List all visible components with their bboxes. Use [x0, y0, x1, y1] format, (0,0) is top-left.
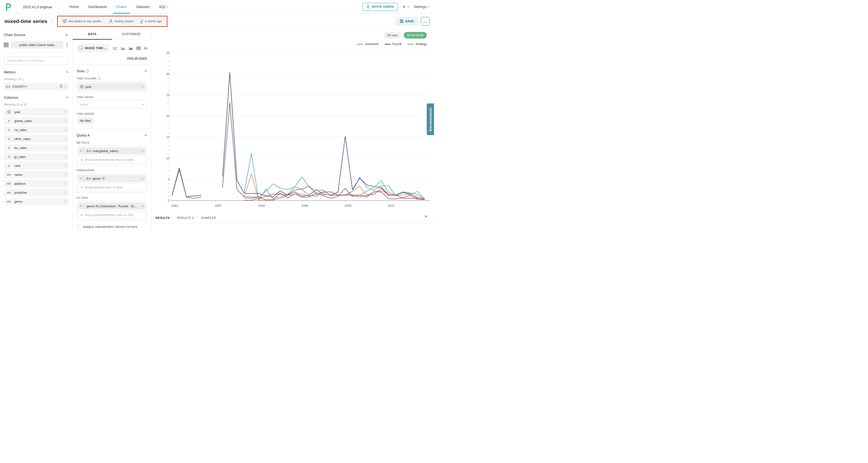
drag-handle-icon[interactable] [64, 120, 67, 123]
svg-text:35: 35 [166, 51, 169, 55]
row-count-badge: 35 rows [384, 32, 401, 38]
chevron-up-icon[interactable] [145, 134, 147, 136]
collapse-sidebar-icon[interactable]: ⇤ [65, 32, 69, 37]
column-item-eu_sales[interactable]: #eu_sales [4, 144, 69, 151]
chart-owner[interactable]: Andrey Zayats [109, 20, 134, 23]
chart-legend: Adventure Puzzle Strategy [357, 42, 427, 46]
info-icon[interactable] [86, 69, 89, 73]
dataset-options-kebab-icon[interactable] [66, 42, 69, 48]
drag-handle-icon[interactable] [64, 200, 67, 203]
drag-handle-icon[interactable] [64, 182, 67, 185]
column-item-publisher[interactable]: abcpublisher [4, 189, 69, 196]
viz-big-number-icon[interactable]: 4k [144, 46, 147, 50]
remove-icon[interactable]: ✕ [78, 175, 84, 182]
collapse-results-chevron-down-icon[interactable] [424, 215, 428, 218]
nav-item-home[interactable]: Home [65, 0, 84, 13]
column-item-name[interactable]: abcname [4, 171, 69, 178]
calculator-icon [60, 85, 62, 88]
chart-title[interactable]: mixed-time series [4, 19, 47, 24]
timeseries-chart[interactable]: 05101520253035198119871993199920052011 [151, 46, 434, 210]
preset-logo[interactable] [0, 0, 16, 13]
clock-icon [6, 110, 12, 113]
tab-results-2[interactable]: RESULTS 2 [177, 216, 194, 220]
last-modified[interactable]: a month ago [140, 20, 162, 23]
column-item-rank[interactable]: #rank [4, 162, 69, 169]
query-a-heading: Query A [76, 133, 90, 137]
legend-item-adventure[interactable]: Adventure [357, 42, 379, 46]
viz-type-selected[interactable]: MIXED TIME-... [76, 44, 110, 52]
chevron-right-icon[interactable] [140, 202, 146, 210]
drag-handle-icon[interactable] [64, 128, 67, 131]
user-icon [109, 20, 113, 23]
viz-area-chart-icon[interactable] [128, 46, 133, 50]
dimensions-drop-zone[interactable]: + Drop columns here or click [78, 184, 146, 191]
legend-item-strategy[interactable]: Strategy [407, 42, 427, 46]
enable-cross-filters-row[interactable]: ENABLE DASHBOARD CROSS FILTERS [76, 225, 147, 229]
drag-handle-icon[interactable] [64, 110, 67, 113]
dimension-option[interactable]: ✕ f(x) genre [78, 175, 146, 182]
more-options-button[interactable]: ... [421, 17, 430, 26]
column-item-jp_sales[interactable]: #jp_sales [4, 153, 69, 160]
drag-handle-icon[interactable] [64, 191, 67, 194]
nav-item-dashboards[interactable]: Dashboards [84, 0, 112, 13]
dataset-selector[interactable]: public.Video Game Sales [11, 41, 63, 49]
metric-item-count[interactable]: f(x) COUNT(*) [4, 83, 69, 90]
column-item-year[interactable]: year [4, 108, 69, 115]
viz-pie-chart-icon[interactable] [150, 46, 151, 51]
invite-users-button[interactable]: INVITE USERS [363, 3, 398, 11]
chevron-up-icon[interactable] [145, 70, 147, 72]
legend-item-puzzle[interactable]: Puzzle [384, 42, 402, 46]
settings-dropdown[interactable]: Settings ▾ [414, 5, 429, 9]
info-icon[interactable] [98, 77, 101, 80]
viz-table-icon[interactable] [136, 46, 141, 50]
drag-handle-icon[interactable] [64, 146, 67, 150]
chart-header-actions: SAVE ... [396, 17, 430, 26]
remove-icon[interactable]: ✕ [78, 147, 84, 155]
nav-item-charts[interactable]: Charts [112, 0, 131, 13]
drag-handle-icon[interactable] [64, 137, 67, 140]
filters-drop-zone[interactable]: + Drop columns/metrics here or click [78, 211, 146, 219]
time-range-value[interactable]: No filter [76, 117, 94, 124]
drag-handle-icon[interactable] [64, 85, 67, 88]
metrics-label: METRICS [76, 141, 89, 144]
new-item-dropdown[interactable]: + ▾ [403, 4, 409, 9]
tab-results[interactable]: RESULTS [156, 216, 169, 220]
numeric-type-icon: # [6, 146, 12, 150]
tab-customize[interactable]: CUSTOMIZE [112, 29, 151, 39]
columns-list: year#global_sales#na_sales#other_sales#e… [4, 108, 69, 205]
column-item-global_sales[interactable]: #global_sales [4, 117, 69, 125]
filter-option[interactable]: ✕ genre IN ('Adventure', 'Puzzle', 'Stra… [78, 202, 146, 210]
time-grain-select[interactable]: Select ... [76, 100, 147, 108]
chevron-down-icon [142, 104, 144, 105]
save-button[interactable]: SAVE [396, 17, 418, 26]
metrics-drop-zone[interactable]: + Drop columns/metrics here or click [78, 156, 146, 163]
tab-samples[interactable]: SAMPLES [201, 216, 216, 220]
drag-handle-icon[interactable] [64, 164, 67, 167]
documentation-tab[interactable]: Documentation [427, 103, 434, 135]
viz-line-chart-icon[interactable] [113, 46, 118, 50]
chevron-up-icon[interactable] [66, 97, 69, 98]
viz-bar-chart-icon[interactable] [121, 46, 126, 50]
drag-handle-icon[interactable] [64, 155, 67, 158]
column-item-other_sales[interactable]: #other_sales [4, 135, 69, 142]
column-item-na_sales[interactable]: #na_sales [4, 126, 69, 133]
nav-item-sql[interactable]: SQL▾ [154, 0, 173, 13]
remove-icon[interactable]: ✕ [78, 202, 84, 210]
column-item-platform[interactable]: abcplatform [4, 180, 69, 187]
chevron-up-icon[interactable] [66, 71, 69, 73]
column-item-genre[interactable]: abcgenre [4, 198, 69, 205]
metric-option[interactable]: ✕ f(x) max(global_sales) [78, 147, 146, 155]
chevron-right-icon[interactable] [140, 83, 146, 90]
nav-item-datasets[interactable]: Datasets [131, 0, 154, 13]
search-metrics-columns-input[interactable] [4, 57, 69, 65]
tab-data[interactable]: DATA [73, 29, 112, 39]
drag-handle-icon[interactable] [64, 173, 67, 176]
checkbox-unchecked-icon[interactable] [76, 225, 81, 229]
favorite-star-icon[interactable]: ☆ [50, 19, 54, 24]
chevron-right-icon[interactable] [140, 147, 146, 155]
time-column-option[interactable]: year [78, 83, 146, 90]
workspace-version[interactable]: 2022.41.0 jinghua [16, 0, 59, 13]
dashboards-added-info[interactable]: Not added to any dashb... [63, 20, 103, 23]
chevron-right-icon[interactable] [140, 175, 146, 182]
view-all-charts-link[interactable]: View all charts [127, 56, 147, 60]
